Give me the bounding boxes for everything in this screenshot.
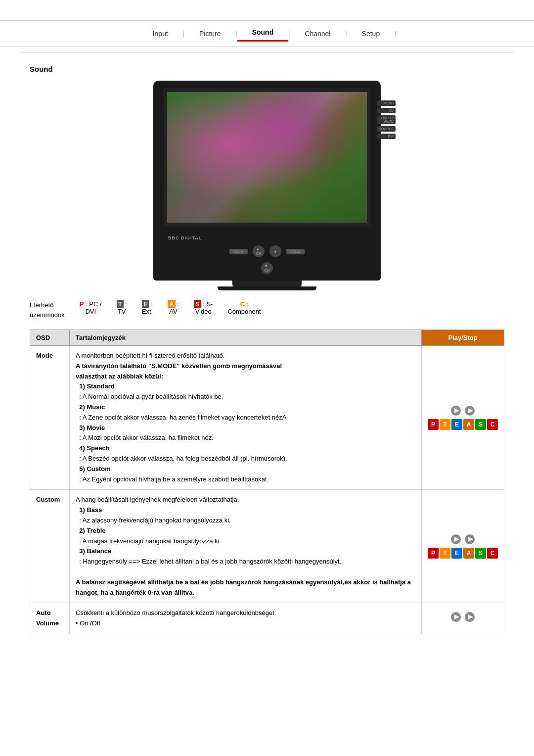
ch-down-btn[interactable]: ▼CH — [261, 262, 273, 274]
badge-e-mode: E — [451, 419, 462, 430]
badge-t: T : TV — [117, 300, 127, 315]
playstop-custom: P T E A S C — [422, 490, 504, 603]
play-icon-6 — [464, 612, 475, 622]
badge-e-custom: E — [451, 548, 462, 559]
tv-image-container: MENU AV ENTER/AV/AV SOURCE PIP BBС DIGIT… — [30, 81, 504, 290]
enter-btn[interactable]: ENTER/AV/AV — [377, 115, 396, 124]
pteasc-mode: P T E A S C — [428, 419, 498, 430]
vol-down-btn[interactable]: VOL▼ — [229, 249, 248, 254]
table-row-autovolume: AutoVolume Csökkenti a különbözo musorsz… — [30, 603, 504, 634]
tv-side-buttons: MENU AV ENTER/AV/AV SOURCE PIP — [377, 100, 396, 139]
pip-btn[interactable]: PIP — [377, 134, 396, 139]
badge-e: E : Ext. — [142, 300, 153, 315]
badge-a-custom: A — [463, 548, 474, 559]
playstop-autovolume — [422, 603, 504, 634]
header-osd: OSD — [30, 330, 70, 346]
content-mode: A monitorban beépített hi-fi sztereó erő… — [70, 346, 422, 490]
table-row-mode: Mode A monitorban beépített hi-fi sztere… — [30, 346, 504, 490]
source-btn[interactable]: SOURCE — [377, 126, 396, 132]
main-content: Sound MENU AV ENTER/AV/AV SOURCE PIP BBС… — [0, 55, 534, 644]
label-custom: Custom — [30, 490, 70, 603]
tv-screen — [163, 88, 371, 227]
av-btn[interactable]: AV — [377, 108, 396, 113]
tv-bottom: BBС DIGITAL VOL▼ ▲CH ● VOL▲ ▼CH — [153, 232, 381, 281]
badge-c-mode: C — [487, 419, 498, 430]
vol-up-btn[interactable]: VOL▲ — [286, 249, 305, 254]
play-icon-5 — [450, 612, 461, 622]
ch-center-btn[interactable]: ● — [269, 245, 281, 257]
tv-logo-area: BBС DIGITAL — [163, 236, 371, 240]
header-playstop: Play/Stop — [422, 330, 504, 346]
badge-s: S : S- Video — [194, 300, 213, 315]
mode-label: Elérhető üzemmódok — [30, 300, 65, 320]
play-icon-3 — [450, 534, 461, 545]
nav-sep-5: | — [395, 30, 396, 37]
mode-row: Elérhető üzemmódok P : PC / DVI T : TV E… — [30, 300, 504, 320]
table-header-row: OSD Tartalomjegyzék Play/Stop — [30, 330, 504, 346]
header-content: Tartalomjegyzék — [70, 330, 422, 346]
nav-sound[interactable]: Sound — [237, 26, 289, 42]
content-autovolume: Csökkenti a különbözo musorszolgáltatók … — [70, 603, 422, 634]
content-custom: A hang beállításait igényeinek megfelelo… — [70, 490, 422, 603]
play-icon-2 — [464, 405, 475, 416]
play-icons-custom — [428, 534, 498, 545]
tv-ch-down-row: ▼CH — [261, 262, 273, 274]
bbc-digital-logo: BBС DIGITAL — [168, 236, 202, 240]
table-row-custom: Custom A hang beállításait igényeinek me… — [30, 490, 504, 603]
play-icon-4 — [464, 534, 475, 545]
badge-p-custom: P — [428, 548, 439, 559]
badge-s-mode: S — [475, 419, 486, 430]
badge-s-custom: S — [475, 548, 486, 559]
menu-btn[interactable]: MENU — [377, 100, 396, 106]
tv-stand-base — [218, 286, 316, 290]
badge-t-custom: T — [440, 548, 450, 559]
nav-picture[interactable]: Picture — [184, 27, 236, 40]
main-table: OSD Tartalomjegyzék Play/Stop Mode A mon… — [30, 330, 504, 634]
pteasc-custom: P T E A S C — [428, 548, 498, 559]
play-icons-mode — [428, 405, 498, 416]
badge-c: C : Component — [227, 300, 261, 315]
tv-wrapper: MENU AV ENTER/AV/AV SOURCE PIP BBС DIGIT… — [153, 81, 381, 290]
horizontal-divider — [20, 52, 514, 52]
play-icon-1 — [450, 405, 461, 416]
nav-setup[interactable]: Setup — [347, 27, 395, 40]
nav-input[interactable]: Input — [138, 27, 183, 40]
badge-p: P : PC / DVI — [80, 300, 102, 315]
badge-a-mode: A — [463, 419, 474, 430]
tv-bezel: MENU AV ENTER/AV/AV SOURCE PIP — [153, 81, 381, 232]
nav-channel[interactable]: Channel — [290, 27, 345, 40]
label-mode: Mode — [30, 346, 70, 490]
badge-a: A : AV — [168, 300, 179, 315]
tv-controls-row: VOL▼ ▲CH ● VOL▲ — [229, 245, 305, 257]
badge-c-custom: C — [487, 548, 498, 559]
tv-stand — [232, 281, 302, 286]
play-icons-autovolume — [428, 612, 498, 622]
badge-t-mode: T — [440, 419, 450, 430]
label-autovolume: AutoVolume — [30, 603, 70, 634]
section-title: Sound — [30, 65, 504, 73]
badge-p-mode: P — [428, 419, 439, 430]
top-navigation: Input | Picture | Sound | Channel | Setu… — [0, 20, 534, 47]
playstop-mode: P T E A S C — [422, 346, 504, 490]
ch-up-btn[interactable]: ▲CH — [253, 245, 265, 257]
